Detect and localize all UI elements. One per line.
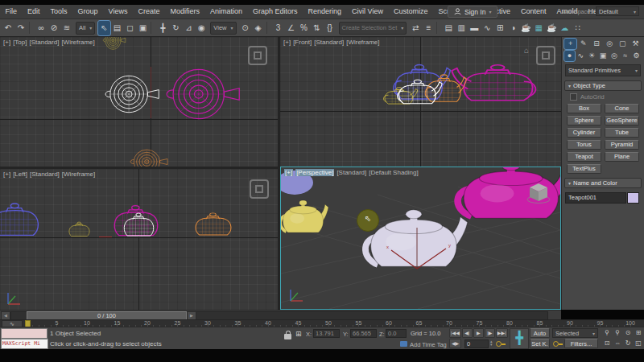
key-mode-toggle[interactable]: ◀▶ bbox=[449, 339, 461, 348]
select-and-place-icon[interactable]: ◉ bbox=[196, 21, 208, 35]
object-type-rollout[interactable]: ▾ Object Type bbox=[564, 80, 642, 91]
menu-views[interactable]: Views bbox=[103, 5, 133, 19]
selection-lock-icon[interactable] bbox=[284, 334, 291, 339]
teapot-selected-top[interactable] bbox=[103, 73, 161, 115]
zoom-extents-all-icon[interactable]: ⊞ bbox=[634, 328, 643, 338]
teapot-blue-left[interactable] bbox=[0, 198, 43, 240]
render-production-icon[interactable]: ☕ bbox=[546, 21, 558, 35]
undo-icon[interactable]: ↶ bbox=[2, 21, 14, 35]
spinner-snap-icon[interactable]: ⇅ bbox=[311, 21, 323, 35]
viewport-menu-label[interactable]: [+] bbox=[284, 169, 293, 176]
teapot-orange-top[interactable] bbox=[129, 148, 169, 167]
sign-in-button[interactable]: Sign In ▾ bbox=[448, 6, 497, 18]
menu-civil-view[interactable]: Civil View bbox=[347, 5, 389, 19]
name-and-color-rollout[interactable]: ▾ Name and Color bbox=[564, 178, 642, 188]
viewport-view-label[interactable]: [Left] bbox=[13, 171, 27, 178]
viewport-view-label[interactable]: [Perspective] bbox=[295, 169, 334, 176]
object-type-box-button[interactable]: Box bbox=[567, 104, 601, 113]
viewport-top[interactable]: [+] [Top] [Standard] [Wireframe] bbox=[0, 37, 278, 167]
schematic-view-icon[interactable]: ⊞ bbox=[494, 21, 506, 35]
viewport-perspective[interactable]: x y ⇖ [+] [Perspective] [Standard] [Defa… bbox=[280, 167, 561, 310]
pan-view-icon[interactable]: ⇔ bbox=[613, 339, 622, 348]
lights-category[interactable]: ☀ bbox=[587, 51, 597, 61]
use-pivot-point-center-icon[interactable]: ⊙ bbox=[239, 21, 251, 35]
go-to-start-button[interactable]: |◀◀ bbox=[449, 328, 461, 338]
object-type-torus-button[interactable]: Torus bbox=[567, 140, 601, 150]
object-type-sphere-button[interactable]: Sphere bbox=[567, 116, 601, 125]
render-in-cloud-icon[interactable]: ☁ bbox=[559, 21, 571, 35]
render-setup-icon[interactable]: ☕ bbox=[520, 21, 532, 35]
viewport-shading-label[interactable]: [Default Shading] bbox=[369, 169, 418, 176]
edit-named-selection-sets-icon[interactable]: {} bbox=[324, 21, 336, 35]
redo-icon[interactable]: ↷ bbox=[15, 21, 27, 35]
viewport-shading-label[interactable]: [Wireframe] bbox=[61, 39, 94, 46]
menu-customize[interactable]: Customize bbox=[388, 5, 433, 19]
play-button[interactable]: ▶ bbox=[473, 328, 484, 338]
select-and-manipulate-icon[interactable]: ◈ bbox=[252, 21, 264, 35]
viewcube[interactable] bbox=[248, 46, 267, 65]
utilities-tab[interactable]: ⚒ bbox=[630, 39, 642, 49]
key-filters-button[interactable]: Filters... bbox=[564, 339, 598, 348]
next-frame-button[interactable]: |▶ bbox=[485, 328, 495, 338]
cameras-category[interactable]: ▣ bbox=[598, 51, 609, 61]
shapes-category[interactable]: ∿ bbox=[576, 51, 586, 61]
display-tab[interactable]: ▢ bbox=[617, 39, 629, 49]
subcategory-dropdown[interactable]: Standard Primitives ▾ bbox=[565, 64, 641, 76]
zoom-icon[interactable]: ⚲ bbox=[602, 328, 612, 338]
named-selection-sets-dropdown[interactable]: Create Selection Set▾ bbox=[339, 22, 407, 35]
object-type-geosphere-button[interactable]: GeoSphere bbox=[605, 116, 639, 125]
menu-modifiers[interactable]: Modifiers bbox=[165, 5, 205, 19]
maximize-viewport-toggle-icon[interactable]: ◱ bbox=[634, 339, 643, 348]
percent-snap-icon[interactable]: % bbox=[298, 21, 310, 35]
viewport-shading-label[interactable]: [Wireframe] bbox=[346, 39, 379, 46]
motion-tab[interactable]: ◎ bbox=[604, 39, 616, 49]
modify-tab[interactable]: ✎ bbox=[577, 39, 589, 49]
teapot-orange-left[interactable] bbox=[192, 209, 235, 238]
object-type-tube-button[interactable]: Tube bbox=[605, 128, 639, 138]
select-and-link-icon[interactable]: ∞ bbox=[35, 21, 47, 35]
autogrid-checkbox[interactable]: AutoGrid bbox=[570, 93, 644, 101]
key-set-dropdown[interactable]: Selected ▾ bbox=[552, 328, 598, 338]
a360-gallery-icon[interactable]: ∷ bbox=[572, 21, 584, 35]
select-object-icon[interactable]: ⇖ bbox=[98, 21, 110, 35]
snaps-toggle-icon[interactable]: 3 bbox=[272, 21, 284, 35]
menu-rendering[interactable]: Rendering bbox=[303, 5, 347, 19]
zoom-extents-icon[interactable]: ⊙ bbox=[623, 328, 633, 338]
selection-filter-dropdown[interactable]: All▾ bbox=[76, 22, 95, 35]
set-key-mode-button[interactable]: Set K. bbox=[530, 339, 550, 348]
object-type-pyramid-button[interactable]: Pyramid bbox=[605, 140, 639, 150]
mirror-icon[interactable]: ⇄ bbox=[410, 21, 422, 35]
menu-group[interactable]: Group bbox=[72, 5, 103, 19]
toggle-ribbon-icon[interactable]: ▬ bbox=[469, 21, 481, 35]
teapot-yellow-top[interactable] bbox=[102, 37, 126, 51]
object-type-plane-button[interactable]: Plane bbox=[605, 152, 639, 162]
reference-coordinate-system-dropdown[interactable]: View▾ bbox=[210, 22, 236, 35]
viewport-renderer-label[interactable]: [Standard] bbox=[29, 39, 59, 46]
viewport-front-label[interactable]: [+] [Front] [Standard] [Wireframe] bbox=[283, 39, 380, 46]
angle-snap-icon[interactable]: ∠ bbox=[285, 21, 297, 35]
systems-category[interactable]: ⚙ bbox=[631, 51, 642, 61]
hierarchy-tab[interactable]: ⊟ bbox=[590, 39, 602, 49]
rendered-frame-window-icon[interactable]: ▦ bbox=[533, 21, 545, 35]
menu-edit[interactable]: Edit bbox=[23, 5, 46, 19]
viewport-view-label[interactable]: [Top] bbox=[13, 39, 27, 46]
frame-spinner[interactable]: ▴▾ bbox=[490, 339, 493, 346]
object-type-cylinder-button[interactable]: Cylinder bbox=[567, 128, 601, 138]
material-editor-icon[interactable]: ◑ bbox=[507, 21, 519, 35]
geometry-category[interactable]: ● bbox=[564, 51, 575, 61]
viewport-shading-label[interactable]: [Wireframe] bbox=[62, 171, 95, 178]
absolute-mode-icon[interactable]: ⊞ bbox=[295, 330, 302, 338]
workspace-dropdown[interactable]: Default ▾ bbox=[596, 6, 639, 16]
select-and-scale-icon[interactable]: ⊿ bbox=[183, 21, 195, 35]
maxscript-mini-listener-input[interactable]: MAXScript Mi bbox=[1, 339, 48, 349]
window-crossing-icon[interactable]: ▣ bbox=[137, 21, 149, 35]
select-and-rotate-icon[interactable]: ↻ bbox=[170, 21, 182, 35]
zoom-region-icon[interactable]: ⊡ bbox=[602, 339, 612, 348]
add-time-tag[interactable]: Add Time Tag bbox=[410, 341, 447, 348]
current-frame-field[interactable]: 0 bbox=[464, 339, 489, 348]
x-coord-field[interactable]: 13.791 bbox=[313, 329, 340, 338]
maxscript-mini-listener[interactable] bbox=[1, 328, 47, 339]
viewport-menu-label[interactable]: [+] bbox=[3, 39, 10, 46]
zoom-all-icon[interactable]: ⚲ bbox=[613, 328, 622, 338]
object-color-swatch[interactable] bbox=[627, 192, 639, 204]
